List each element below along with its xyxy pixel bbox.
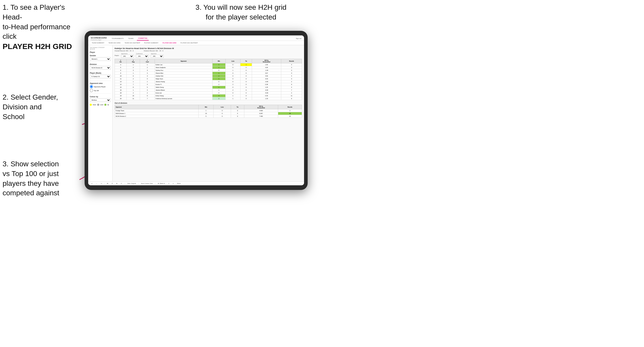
colour-select[interactable]: Win/loss xyxy=(90,98,111,102)
cell-div: 20 xyxy=(115,97,127,100)
ood-cell-loss: 0 xyxy=(214,109,231,112)
cell-loss: 0 xyxy=(225,63,240,66)
ood-col-tie: Tie xyxy=(231,105,244,109)
ood-cell-opponent: NAIA Division 1 xyxy=(115,112,199,115)
sub-nav-team-h2h[interactable]: TEAM H2H GRID xyxy=(107,42,122,44)
sub-nav-team-summary[interactable]: TEAM SUMMARY xyxy=(91,42,105,44)
conference-select[interactable]: (All) xyxy=(136,55,149,58)
ood-col-loss: Loss xyxy=(214,105,231,109)
cell-conf: 3 xyxy=(140,75,155,78)
table-row: 3 1 1 Esther Lee 1 0 1 1.50 4 xyxy=(115,63,302,66)
cell-conf: 5 xyxy=(140,78,155,80)
toolbar-download[interactable]: ⤓ xyxy=(167,182,170,185)
cell-reg: 2 xyxy=(127,66,140,69)
cell-tie: 0 xyxy=(240,66,252,69)
toolbar-save-view[interactable]: Save Custom View xyxy=(140,182,154,185)
division-select[interactable]: NCAA Division III xyxy=(90,66,111,70)
nav-committee[interactable]: COMMITTEE xyxy=(137,36,149,41)
toolbar-add[interactable]: ⊕ xyxy=(115,182,118,185)
ood-cell-loss: 0 xyxy=(214,112,231,115)
cell-opponent: Eunice Yi xyxy=(155,83,213,86)
radio-top100[interactable]: Top 100 xyxy=(90,89,111,92)
toolbar-refresh[interactable]: ↺ xyxy=(110,182,114,185)
instruction-line2: to-Head performance click xyxy=(3,23,71,41)
player-select[interactable]: 8. Katelyn Vo xyxy=(90,75,111,78)
sub-nav: TEAM SUMMARY TEAM H2H GRID TEAM H2H HEAT… xyxy=(88,41,304,45)
table-row: 14 7 4 Eunice Yi 2 2 0 0.38 9 xyxy=(115,83,302,86)
sub-nav-player-h2h[interactable]: PLAYER H2H GRID xyxy=(162,42,177,44)
cell-conf: 2 xyxy=(140,66,155,69)
opponent-view-label: Opponent view xyxy=(90,82,111,84)
cell-win: 1 xyxy=(212,66,225,69)
cell-conf: 1 xyxy=(140,80,155,83)
cell-diff: -0.94 xyxy=(252,89,281,92)
opponent-filter: Opponent (All) xyxy=(151,53,164,58)
cell-reg: 1 xyxy=(127,63,140,66)
cell-rounds: 3 xyxy=(281,69,302,72)
cell-rounds: 4 xyxy=(281,75,302,78)
cell-win: 1 xyxy=(212,72,225,75)
cell-diff: 0.38 xyxy=(252,83,281,86)
ood-table-row: NAIA Division 1 15 0 0 9.267 30 xyxy=(115,112,302,115)
gender-select[interactable]: Women's xyxy=(90,57,111,61)
toolbar-sep2: | xyxy=(125,183,125,184)
toolbar-redo[interactable]: ↪ xyxy=(100,182,103,185)
cell-div: 14 xyxy=(115,83,127,86)
sign-out-link[interactable]: Sign out xyxy=(296,38,301,39)
toolbar-share[interactable]: Share xyxy=(176,182,182,185)
table-row: 15 8 5 Stella Cheng 1 0 0 1.25 4 xyxy=(115,86,302,89)
logo-area: SCOREBOARD Powered by clippd xyxy=(91,37,107,41)
table-row: 9 1 4 Sharon Mun 1 0 0 3.67 3 xyxy=(115,72,302,75)
legend-level-dot xyxy=(97,104,99,106)
player-rank-label: Player (Rank) xyxy=(90,72,111,74)
toolbar-clock[interactable]: ⏱ xyxy=(120,182,123,185)
ood-cell-win: 1 xyxy=(198,109,214,112)
sub-nav-player-summary[interactable]: PLAYER SUMMARY xyxy=(143,42,159,44)
grid-content: Katelyn Vo Head-to-Head Grid for Women's… xyxy=(113,45,304,181)
ood-cell-diff: 9.267 xyxy=(244,112,278,115)
cell-div: 10 xyxy=(115,75,127,78)
cell-opponent: Federica Domecq Lacroze xyxy=(155,97,213,100)
cell-reg: 2 xyxy=(127,92,140,94)
cell-opponent: Jessica Huang xyxy=(155,80,213,83)
division-record: Division Record: 331 - 34 - 6 xyxy=(144,50,163,52)
cell-conf: 3 xyxy=(140,89,155,92)
col-conf: #Conf xyxy=(140,59,155,63)
cell-opponent: Emily Chang xyxy=(155,94,213,97)
cell-rounds: 4 xyxy=(281,86,302,89)
nav-teams[interactable]: TEAMS xyxy=(127,37,135,40)
cell-loss: 1 xyxy=(225,94,240,97)
grid-records: Overall Record: 353 - 34 - 6 Division Re… xyxy=(115,50,302,52)
toolbar-view-original[interactable]: View: Original xyxy=(126,182,137,185)
cell-tie: 1 xyxy=(240,63,252,66)
toolbar-undo[interactable]: ↩ xyxy=(90,182,94,185)
ood-cell-win: 5 xyxy=(198,115,214,118)
cell-tie: 0 xyxy=(240,94,252,97)
col-div: #Div xyxy=(115,59,127,63)
toolbar-back[interactable]: ← xyxy=(95,182,98,185)
instruction-tr-text: 3. You will now see H2H gridfor the play… xyxy=(196,3,287,21)
ood-col-rounds: Rounds xyxy=(278,105,302,109)
toolbar-watch[interactable]: 👁 Watch ▾ xyxy=(157,182,166,185)
radio1-label: Opponents Played xyxy=(94,86,105,88)
cell-opponent: Sydney Kuo xyxy=(155,69,213,72)
radio-opponents-played[interactable]: Opponents Played xyxy=(90,85,111,88)
cell-rounds: 9 xyxy=(281,83,302,86)
cell-conf: 3 xyxy=(140,69,155,72)
nav-tournaments[interactable]: TOURNAMENTS xyxy=(110,37,125,40)
cell-loss: 2 xyxy=(225,83,240,86)
nav-right: Sign out xyxy=(296,38,301,39)
opponent-select[interactable]: (All) xyxy=(151,55,164,58)
toolbar-menu[interactable]: ≡ xyxy=(172,182,175,185)
sub-nav-team-heatmap[interactable]: TEAM H2H HEATMAP xyxy=(124,42,141,44)
sub-nav-player-heatmap[interactable]: PLAYER H2H HEATMAP xyxy=(179,42,199,44)
cell-conf: 5 xyxy=(140,86,155,89)
col-tie: Tie xyxy=(240,59,252,63)
opponents-select[interactable]: (All) xyxy=(121,55,134,58)
col-diff: Diff AvStrokes/Rnd xyxy=(252,59,281,63)
tablet-device: SCOREBOARD Powered by clippd TOURNAMENTS… xyxy=(85,31,308,190)
region-label: Region xyxy=(115,55,119,56)
cell-loss: 0 xyxy=(225,75,240,78)
toolbar-grid[interactable]: ⊞ xyxy=(106,182,109,185)
ood-col-diff: Diff AvStrokes/Rnd xyxy=(244,105,278,109)
